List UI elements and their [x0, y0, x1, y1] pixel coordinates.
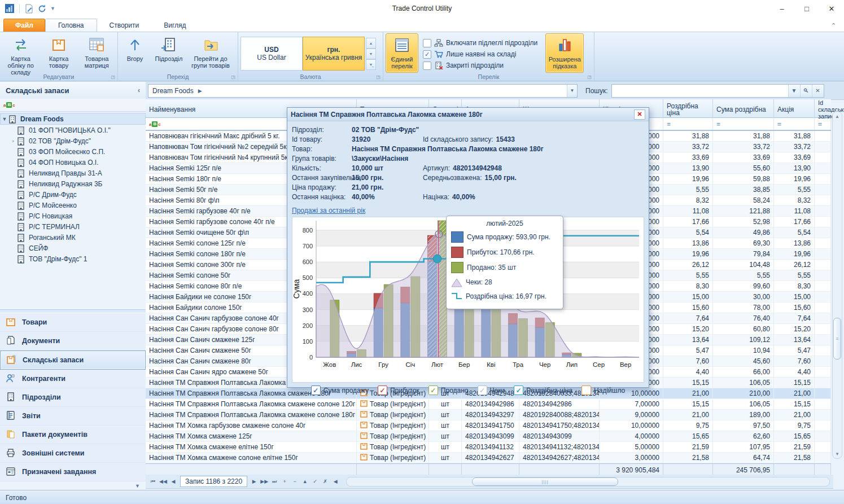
sidebar-collapse-icon[interactable]: ‹	[138, 86, 140, 94]
sidebar-item-зовнішні-системи[interactable]: Зовнішні системи	[0, 444, 146, 463]
column-header[interactable]: Роздрібна ціна	[663, 99, 713, 120]
checkbox-checked[interactable]: ✓	[478, 385, 487, 395]
abc-filter-icon[interactable]: aBc	[3, 102, 15, 108]
single-list-toggle[interactable]: Єдиний перелік	[386, 33, 418, 73]
tree-item[interactable]: СЕЙФ	[0, 243, 146, 253]
dialog-launcher-icon[interactable]: ◳	[587, 74, 592, 80]
sidebar-item-товари[interactable]: Товари	[0, 313, 146, 332]
search-input[interactable]	[612, 85, 788, 97]
sidebar-item-складські-запаси[interactable]: Складські запаси	[0, 350, 146, 370]
filter-cell[interactable]: =	[815, 118, 831, 130]
column-header[interactable]: Сума роздрібна	[713, 99, 774, 120]
tree-item[interactable]: Р/С Мойсеенко	[0, 200, 146, 211]
currency-uah-button[interactable]: грн. Українська гривня	[303, 37, 365, 71]
ribbon-collapse-icon[interactable]: ⌃	[831, 22, 836, 32]
commit-record-icon[interactable]: ✓	[311, 477, 320, 486]
closed-departments-checkbox[interactable]: Закриті підрозділи	[423, 62, 537, 70]
nav-overflow-icon[interactable]: ▼	[0, 481, 146, 490]
tab-view[interactable]: Вигляд	[151, 19, 198, 32]
legend-item-надійшло[interactable]: Надійшло	[581, 385, 625, 395]
tree-item[interactable]: ТОВ "Дрім-Фудс" 1	[0, 253, 146, 264]
tree-item[interactable]: Роганський МК	[0, 232, 146, 243]
filter-cell[interactable]: =	[663, 118, 713, 130]
search-clear-icon[interactable]: ✕	[812, 85, 824, 97]
include-sub-departments-checkbox[interactable]: Включати підлеглі підрозділи	[423, 39, 537, 47]
maximize-button[interactable]: □	[794, 0, 819, 17]
refresh-icon[interactable]	[37, 4, 47, 14]
only-in-stock-checkbox[interactable]: ✓ Лише наявні на складі	[423, 50, 537, 59]
scroll-down-icon[interactable]: ▼	[835, 449, 839, 458]
prev-record-icon[interactable]: ◀	[169, 477, 178, 486]
tree-item[interactable]: 01 ФОП "НОВИЦЬКА О.І."	[0, 125, 146, 135]
legend-item-роздрібна-ціна[interactable]: ✓Роздрібна ціна	[514, 385, 572, 395]
tree-item[interactable]: Неликвид Правды 31-А	[0, 168, 146, 178]
dialog-launcher-icon[interactable]: ◳	[231, 74, 235, 80]
department-button[interactable]: Підрозділ	[151, 33, 187, 73]
legend-item-прибуток[interactable]: ✓Прибуток	[378, 385, 419, 395]
last-record-icon[interactable]: ⏭	[270, 477, 279, 486]
new-document-icon[interactable]	[24, 4, 34, 14]
checkbox-checked[interactable]: ✓	[514, 385, 523, 395]
currency-usd-button[interactable]: USD US Dollar	[240, 37, 303, 71]
tree-expander-icon[interactable]: ▼	[1, 116, 8, 122]
tab-create[interactable]: Створити	[97, 19, 152, 32]
filter-cell[interactable]: =	[713, 118, 774, 130]
sales-history-link[interactable]: Продажі за останній рік	[287, 203, 649, 216]
sidebar-splitter[interactable]	[0, 309, 146, 313]
fast-back-icon[interactable]: ◀◀	[159, 477, 168, 486]
checkbox-checked[interactable]: ✓	[378, 385, 387, 395]
tree-item[interactable]: 04 ФОП Новицька О.І.	[0, 157, 146, 168]
breadcrumb[interactable]: Dream Foods ▶ ▼	[148, 84, 578, 98]
tree-item[interactable]: Р/С ТЕРМИНАЛ	[0, 221, 146, 232]
quick-access-dropdown-icon[interactable]: ▼	[50, 6, 55, 12]
sidebar-item-звіти[interactable]: Звіти	[0, 407, 146, 426]
currency-more-icon[interactable]: ▼̲	[366, 59, 376, 70]
dialog-launcher-icon[interactable]: ◳	[111, 74, 115, 80]
checkbox-checked[interactable]: ✓	[311, 385, 321, 395]
tree-item[interactable]: Р/С Новицкая	[0, 211, 146, 221]
table-row[interactable]: Насіння ТМ Хомка гарбузове смажене солон…	[146, 420, 831, 431]
checkbox-checked[interactable]: ✓	[428, 385, 438, 395]
delete-record-icon[interactable]: −	[290, 477, 299, 486]
popup-title-bar[interactable]: Насіння ТМ Справжня Полтавська Лакомка с…	[287, 108, 649, 121]
dialog-launcher-icon[interactable]: ◳	[376, 74, 381, 80]
cancel-record-icon[interactable]: ✗	[321, 477, 330, 486]
tree-item[interactable]: 03 ФОП Мойсеєнко С.П.	[0, 146, 146, 157]
go-up-button[interactable]: Вгору	[120, 33, 150, 73]
goto-product-group-button[interactable]: Перейти до групи товарів	[188, 33, 233, 73]
tree-item[interactable]: Р/С Дрим-Фудс	[0, 189, 146, 200]
breadcrumb-dropdown-icon[interactable]: ▼	[567, 85, 577, 97]
minimize-button[interactable]: –	[769, 0, 794, 17]
advanced-hint-toggle[interactable]: Розширена підказка	[545, 33, 584, 73]
fast-forward-icon[interactable]: ▶▶	[260, 477, 269, 486]
sidebar-item-пакети-документів[interactable]: Пакети документів	[0, 426, 146, 444]
sidebar-item-підрозділи[interactable]: Підрозділи	[0, 388, 146, 407]
add-record-icon[interactable]: +	[280, 477, 289, 486]
search-magnifier-icon[interactable]: 🔍︎	[800, 85, 812, 97]
search-dropdown-icon[interactable]: ▼	[788, 85, 800, 97]
checkbox-unchecked[interactable]	[581, 385, 591, 395]
scroll-up-icon[interactable]: ▲	[835, 112, 839, 121]
column-header[interactable]: Акція	[774, 99, 815, 120]
vertical-scroll-thumb[interactable]: ≡	[833, 318, 841, 360]
sidebar-item-контрагенти[interactable]: Контрагенти	[0, 370, 146, 388]
scroll-left-icon[interactable]: ◀	[331, 477, 340, 486]
popup-close-icon[interactable]: ✕	[634, 109, 645, 120]
tree-item[interactable]: ›02 ТОВ "Дрім-Фудс"	[0, 135, 146, 146]
product-card-button[interactable]: Картка товару	[40, 33, 77, 76]
horizontal-scroll-thumb[interactable]: ||||	[472, 477, 618, 486]
legend-item-продано[interactable]: ✓Продано	[428, 385, 469, 395]
first-record-icon[interactable]: ⏮	[148, 477, 158, 486]
tree-item[interactable]: Неликвид Радужная 3Б	[0, 178, 146, 189]
abc-filter-icon[interactable]: aBc	[149, 121, 161, 127]
legend-item-сума-продажу[interactable]: ✓Сума продажу	[311, 385, 369, 395]
table-row[interactable]: Насіння ТМ Хомка смажене солоне елітне 1…	[146, 453, 831, 463]
vertical-scrollbar[interactable]: ▲ ▼	[832, 111, 842, 459]
product-matrix-button[interactable]: Товарна матриця	[78, 33, 115, 76]
edit-record-icon[interactable]: ▲	[300, 477, 309, 486]
close-button[interactable]: ✕	[819, 0, 844, 17]
table-row[interactable]: Насіння ТМ Хомка смажене 125гТовар (Інгр…	[146, 431, 831, 442]
tab-home[interactable]: Головна	[45, 19, 97, 32]
stock-card-button[interactable]: Картка обліку по складу	[2, 33, 39, 76]
tree-expander-icon[interactable]: ›	[9, 138, 17, 144]
